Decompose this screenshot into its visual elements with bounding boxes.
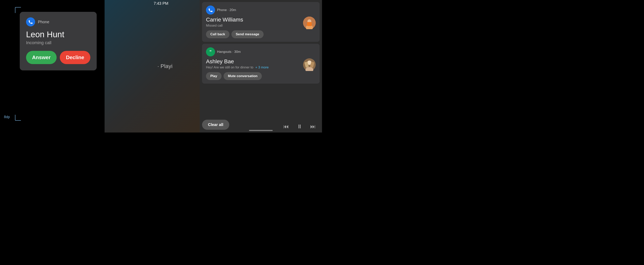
call-back-button[interactable]: Call back	[206, 30, 230, 38]
corner-bracket-bottom-left	[15, 115, 21, 121]
pause-button[interactable]: ⏸	[297, 123, 302, 130]
notif-hangouts-content: Ashley Bae Hey! Are we still on for dinn…	[206, 58, 303, 80]
incoming-call-card: Phone Leon Hunt Incoming call Answer Dec…	[20, 12, 97, 70]
phone-app-icon	[26, 17, 35, 26]
status-bar: 7:43 PM	[0, 0, 322, 7]
notif-phone-app-name: Phone · 20m	[217, 8, 316, 12]
notif-hangouts-body: Ashley Bae Hey! Are we still on for dinn…	[206, 58, 316, 80]
send-message-button[interactable]: Send message	[232, 30, 264, 38]
time-display: 7:43 PM	[154, 1, 168, 5]
bottom-controls: Clear all ⏮ ⏸ ⏭	[200, 84, 322, 132]
notification-missed-call: Phone · 20m Carrie Williams Missed call …	[202, 2, 320, 42]
avatar-carrie	[303, 16, 316, 29]
answer-button[interactable]: Answer	[26, 51, 57, 64]
svg-rect-3	[307, 22, 312, 26]
notif-hangouts-subtitle-row: Hey! Are we still on for dinner to + 3 m…	[206, 65, 303, 69]
call-card-header: Phone	[26, 17, 90, 26]
caller-name: Leon Hunt	[26, 30, 90, 39]
carrie-avatar-image	[303, 16, 316, 29]
phone-icon	[28, 19, 33, 24]
prev-track-button[interactable]: ⏮	[283, 123, 289, 130]
notif-ashley-name: Ashley Bae	[206, 58, 303, 65]
notif-hangouts-icon: "	[206, 47, 215, 56]
home-indicator	[249, 130, 273, 131]
notif-phone-actions: Call back Send message	[206, 30, 303, 38]
notif-phone-content: Carrie Williams Missed call Call back Se…	[206, 16, 303, 38]
hangouts-icon-symbol: "	[210, 49, 212, 54]
notification-panel: Phone · 20m Carrie Williams Missed call …	[200, 0, 322, 132]
notification-hangouts: " Hangouts · 30m Ashley Bae Hey! Are we …	[202, 44, 320, 84]
call-actions: Answer Decline	[26, 51, 90, 64]
avatar-ashley	[303, 58, 316, 72]
dp-label: 8dp	[4, 115, 10, 119]
call-app-name: Phone	[38, 20, 49, 24]
corner-bracket-top-left	[15, 7, 21, 13]
more-badge: + 3 more	[255, 65, 269, 69]
notif-phone-body: Carrie Williams Missed call Call back Se…	[206, 16, 316, 38]
notif-hangouts-header: " Hangouts · 30m	[206, 47, 316, 56]
media-playing-text: · Playi	[158, 63, 184, 69]
notif-hangouts-app-name: Hangouts · 30m	[217, 50, 316, 54]
call-status: Incoming call	[26, 40, 90, 45]
clear-all-button[interactable]: Clear all	[202, 120, 229, 130]
notif-missed-call-label: Missed call	[206, 24, 303, 28]
media-controls: ⏮ ⏸ ⏭	[283, 123, 320, 130]
notif-ashley-message: Hey! Are we still on for dinner to	[206, 65, 253, 69]
mute-conversation-button[interactable]: Mute conversation	[224, 72, 262, 80]
notif-hangouts-actions: Play Mute conversation	[206, 72, 303, 80]
ashley-avatar-image	[303, 58, 316, 71]
phone-icon-2	[208, 7, 213, 13]
play-button[interactable]: Play	[206, 72, 222, 80]
notif-carrie-name: Carrie Williams	[206, 16, 303, 23]
decline-button[interactable]: Decline	[60, 51, 90, 64]
next-track-button[interactable]: ⏭	[310, 123, 316, 130]
